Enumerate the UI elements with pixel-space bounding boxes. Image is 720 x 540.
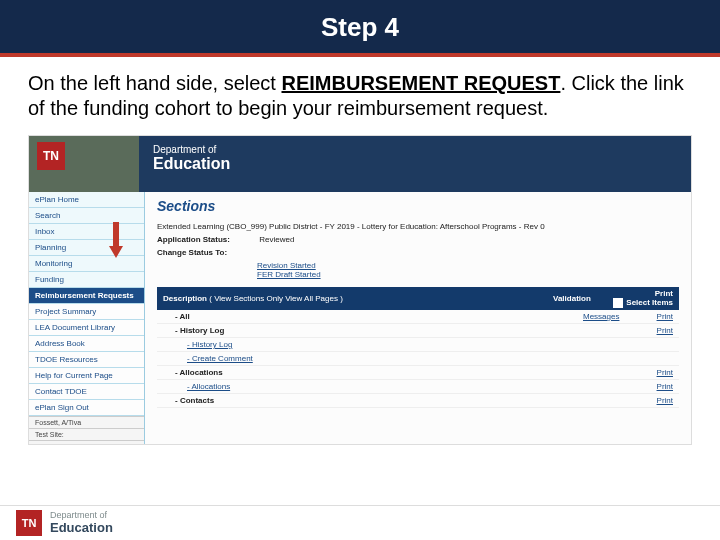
sidebar-item-13[interactable]: ePlan Sign Out (29, 400, 144, 416)
checkbox-icon[interactable] (613, 298, 623, 308)
sidebar-item-0[interactable]: ePlan Home (29, 192, 144, 208)
row-label[interactable]: - History Log (163, 340, 583, 349)
sidebar-item-2[interactable]: Inbox (29, 224, 144, 240)
main-content: Sections Extended Learning (CBO_999) Pub… (145, 192, 691, 444)
table-row: - ContactsPrint (157, 394, 679, 408)
sidebar-item-10[interactable]: TDOE Resources (29, 352, 144, 368)
row-print[interactable]: Print (643, 312, 673, 321)
tn-logo-icon: TN (37, 142, 65, 170)
row-print[interactable]: Print (643, 396, 673, 405)
table-row: - AllocationsPrint (157, 380, 679, 394)
table-row: - AllocationsPrint (157, 366, 679, 380)
sidebar-item-6[interactable]: Reimbursement Requests (29, 288, 144, 304)
change-status-link-1[interactable]: FER Draft Started (257, 270, 679, 279)
sidebar-item-12[interactable]: Contact TDOE (29, 384, 144, 400)
context-line: Extended Learning (CBO_999) Public Distr… (157, 222, 679, 231)
change-status-link-0[interactable]: Revision Started (257, 261, 679, 270)
sidebar: ePlan HomeSearchInboxPlanningMonitoringF… (29, 192, 145, 444)
sidebar-item-9[interactable]: Address Book (29, 336, 144, 352)
sidebar-item-7[interactable]: Project Summary (29, 304, 144, 320)
row-label: - History Log (163, 326, 583, 335)
branding-block: Department of Education (139, 136, 691, 192)
arrow-down-icon (109, 222, 123, 258)
row-label[interactable]: - Allocations (163, 382, 583, 391)
sidebar-item-4[interactable]: Monitoring (29, 256, 144, 272)
table-row: - History LogPrint (157, 324, 679, 338)
row-label: - Contacts (163, 396, 583, 405)
header-photo: TN (29, 136, 139, 192)
screenshot-header: TN Department of Education (29, 136, 691, 192)
emphasis: REIMBURSEMENT REQUEST (282, 72, 561, 94)
slide-header: Step 4 (0, 0, 720, 53)
table-header: Description ( View Sections Only View Al… (157, 287, 679, 310)
sections-heading: Sections (157, 198, 679, 214)
sidebar-item-5[interactable]: Funding (29, 272, 144, 288)
instruction-text: On the left hand side, select REIMBURSEM… (0, 57, 720, 131)
sidebar-user: Fossett, A/Tiva (29, 416, 144, 428)
sidebar-timeout: Session Timeout (29, 440, 144, 445)
status-value: Reviewed (259, 235, 294, 244)
sidebar-item-3[interactable]: Planning (29, 240, 144, 256)
embedded-screenshot: TN Department of Education ePlan HomeSea… (28, 135, 692, 445)
sidebar-test: Test Site: (29, 428, 144, 440)
slide-footer: TN Department of Education (0, 505, 720, 540)
row-messages[interactable]: Messages (583, 312, 643, 321)
sidebar-item-1[interactable]: Search (29, 208, 144, 224)
table-row: - History Log (157, 338, 679, 352)
step-title: Step 4 (321, 12, 399, 42)
change-status-label: Change Status To: (157, 248, 257, 257)
sidebar-item-8[interactable]: LEA Document Library (29, 320, 144, 336)
row-print[interactable]: Print (643, 326, 673, 335)
row-label: - All (163, 312, 583, 321)
row-label: - Allocations (163, 368, 583, 377)
row-print[interactable]: Print (643, 382, 673, 391)
row-label[interactable]: - Create Comment (163, 354, 583, 363)
sidebar-item-11[interactable]: Help for Current Page (29, 368, 144, 384)
row-print[interactable]: Print (643, 368, 673, 377)
footer-tn-icon: TN (16, 510, 42, 536)
table-row: - AllMessagesPrint (157, 310, 679, 324)
table-row: - Create Comment (157, 352, 679, 366)
status-label: Application Status: (157, 235, 257, 244)
